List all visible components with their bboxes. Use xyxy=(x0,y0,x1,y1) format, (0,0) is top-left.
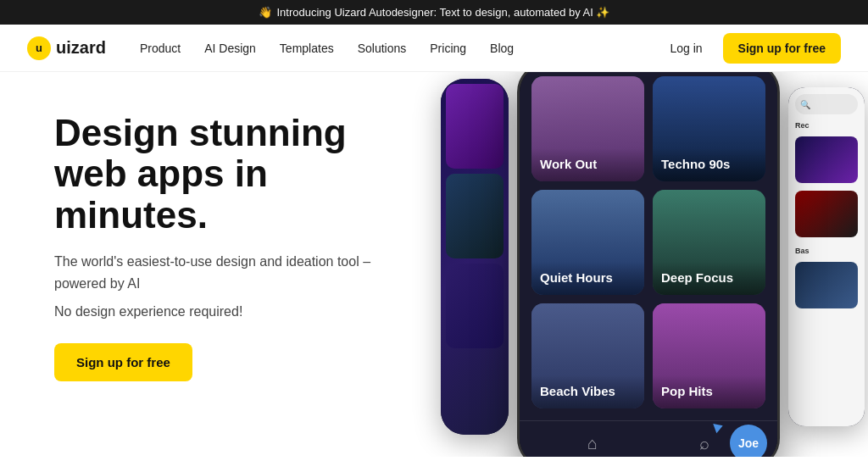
right-phone-section2: Bas xyxy=(795,245,858,257)
nav-link-blog[interactable]: Blog xyxy=(480,35,524,62)
announcement-emoji: 👋 xyxy=(259,6,272,19)
playlist-card-techno[interactable]: Techno 90s xyxy=(653,76,765,181)
playlist-card-pophits[interactable]: Pop Hits xyxy=(653,303,765,408)
phone-main: Work Out Techno 90s Quiet Hours Deep Foc… xyxy=(517,72,780,457)
nav-links: Product AI Design Templates Solutions Pr… xyxy=(130,35,659,62)
hero-left: Design stunning web apps in minutes. The… xyxy=(0,72,407,457)
nav-link-product[interactable]: Product xyxy=(130,35,191,62)
right-phone-img2 xyxy=(795,191,858,237)
search-placeholder: 🔍 xyxy=(800,100,810,109)
phone-right-inner: 🔍 Rec Bas xyxy=(788,87,865,426)
phone-screen-content: Work Out Techno 90s Quiet Hours Deep Foc… xyxy=(520,72,777,457)
phone-screen-grid: Work Out Techno 90s Quiet Hours Deep Foc… xyxy=(520,72,777,420)
phone-right: 🔍 Rec Bas xyxy=(788,87,865,426)
hero-section: Design stunning web apps in minutes. The… xyxy=(0,72,868,457)
nav-link-ai-design[interactable]: AI Design xyxy=(194,35,266,62)
signup-button-nav[interactable]: Sign up for free xyxy=(723,33,841,64)
user-avatar[interactable]: Joe xyxy=(730,425,767,457)
playlist-card-workout[interactable]: Work Out xyxy=(531,76,644,181)
playlist-card-beach[interactable]: Beach Vibes xyxy=(531,303,644,408)
search-icon[interactable]: ⌕ xyxy=(699,434,709,453)
phone-mockup-container: Work Out Techno 90s Quiet Hours Deep Foc… xyxy=(441,72,865,457)
phone-left-img2 xyxy=(446,174,504,258)
logo-icon: u xyxy=(27,36,51,60)
announcement-bar: 👋 Introducing Uizard Autodesigner: Text … xyxy=(0,0,868,25)
hero-subtitle: The world's easiest-to-use design and id… xyxy=(54,251,380,294)
playlist-card-quiet[interactable]: Quiet Hours xyxy=(531,190,644,295)
logo-text: uizard xyxy=(56,38,106,58)
nav-link-pricing[interactable]: Pricing xyxy=(420,35,476,62)
phone-left-inner xyxy=(441,79,509,435)
nav-actions: Log in Sign up for free xyxy=(659,33,841,64)
hero-right: Work Out Techno 90s Quiet Hours Deep Foc… xyxy=(407,72,868,457)
nav-link-solutions[interactable]: Solutions xyxy=(348,35,417,62)
logo[interactable]: u uizard xyxy=(27,36,106,60)
home-icon[interactable]: ⌂ xyxy=(587,434,598,453)
announcement-text: Introducing Uizard Autodesigner: Text to… xyxy=(277,6,610,19)
hero-title: Design stunning web apps in minutes. xyxy=(54,113,380,236)
login-button[interactable]: Log in xyxy=(659,35,712,62)
phone-left xyxy=(441,79,509,435)
phone-left-img3 xyxy=(446,264,504,348)
right-phone-img3 xyxy=(795,262,858,308)
nav-link-templates[interactable]: Templates xyxy=(270,35,344,62)
hero-note: No design experience required! xyxy=(54,304,380,319)
navbar: u uizard Product AI Design Templates Sol… xyxy=(0,25,868,72)
phone-left-img1 xyxy=(446,84,504,169)
playlist-card-deepfocus[interactable]: Deep Focus xyxy=(653,190,765,295)
right-phone-search: 🔍 xyxy=(795,94,858,114)
phone-nav-bar: ⌂ ⌕ Joe xyxy=(520,420,777,457)
right-phone-section: Rec xyxy=(795,119,858,131)
right-phone-img1 xyxy=(795,136,858,183)
signup-button-hero[interactable]: Sign up for free xyxy=(54,343,192,381)
